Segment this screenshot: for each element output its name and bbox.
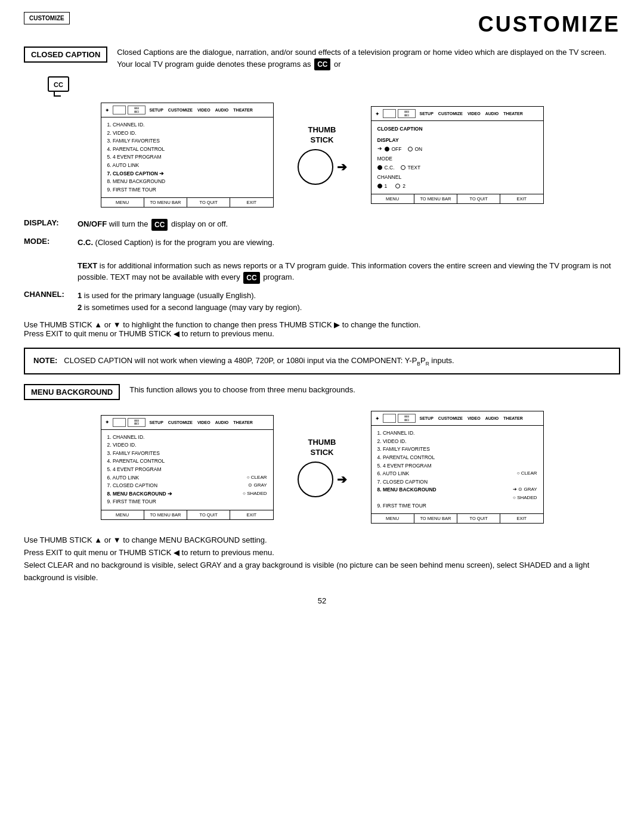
tab-labels-r: SETUP CUSTOMIZE VIDEO AUDIO THEATER xyxy=(420,112,523,116)
tv-icon-box xyxy=(113,106,126,114)
thumb-stick-circle-mbg xyxy=(298,462,333,497)
tv-icon-box-mbg-r xyxy=(383,414,396,423)
channel-row: CHANNEL: 1 is used for the primary langu… xyxy=(24,290,620,313)
tv-left-content-cc: 1. CHANNEL ID. 2. VIDEO ID. 3. FAMILY FA… xyxy=(101,117,273,197)
nav-icon: ✦ xyxy=(105,107,110,113)
radio-off xyxy=(385,147,389,151)
tv-right-footer-cc: MENU TO MENU BAR TO QUIT EXIT xyxy=(371,194,543,203)
thumb-stick-arrow-row: ➔ xyxy=(298,149,347,185)
thumb-stick-arrow-row-mbg: ➔ xyxy=(298,462,347,497)
mode-content: C.C. (Closed Caption) is for the program… xyxy=(78,237,620,284)
radio-ch2 xyxy=(395,184,400,188)
mode-label: MODE: xyxy=(24,237,78,246)
logo: CUSTOMIZE xyxy=(24,12,70,24)
mode-row: MODE: C.C. (Closed Caption) is for the p… xyxy=(24,237,620,284)
bottom-line-1: Use THUMB STICK ▲ or ▼ to change MENU BA… xyxy=(24,534,620,547)
tv-top-bar-mbg-r: ✦ ⊞⊟⊠⊡ SETUP CUSTOMIZE VIDEO AUDIO THEAT… xyxy=(371,411,543,426)
menu-bg-screens-row: ✦ ⊞⊟⊠⊡ SETUP CUSTOMIZE VIDEO AUDIO THEAT… xyxy=(24,411,620,524)
page-header: CUSTOMIZE CUSTOMIZE xyxy=(24,12,620,37)
nav-icon-mbg-r: ✦ xyxy=(375,416,380,422)
thumb-stick-cc: THUMBSTICK ➔ xyxy=(298,125,347,185)
tv-left-content-mbg: 1. CHANNEL ID. 2. VIDEO ID. 3. FAMILY FA… xyxy=(101,430,273,510)
note-box: NOTE: CLOSED CAPTION will not work when … xyxy=(24,348,620,374)
menu-background-text: This function allows you to choose from … xyxy=(129,384,620,396)
thumb-instructions-cc: Use THUMB STICK ▲ or ▼ to highlight the … xyxy=(24,320,620,338)
channel-label: CHANNEL: xyxy=(24,290,78,299)
tv-icon-box2-mbg-r: ⊞⊟⊠⊡ xyxy=(398,414,416,423)
thumb-stick-label-mbg: THUMBSTICK xyxy=(308,438,336,458)
cc-badge-display: CC xyxy=(151,219,168,231)
arrow-right-cc: ➔ xyxy=(337,160,347,174)
tv-right-footer-mbg: MENU TO MENU BAR TO QUIT EXIT xyxy=(371,513,543,523)
closed-caption-intro: Closed Captions are the dialogue, narrat… xyxy=(117,47,620,70)
tv-top-bar-mbg-l: ✦ ⊞⊟⊠⊡ SETUP CUSTOMIZE VIDEO AUDIO THEAT… xyxy=(101,416,273,430)
bottom-line-3: Select CLEAR and no background is visibl… xyxy=(24,559,620,584)
menu-background-label: MENU BACKGROUND xyxy=(24,384,120,400)
display-content: ON/OFF will turn the CC display on or of… xyxy=(78,218,620,231)
tab-labels-mbg-r: SETUP CUSTOMIZE VIDEO AUDIO THEATER xyxy=(420,416,523,420)
arrow-right-mbg: ➔ xyxy=(337,472,347,487)
page-title: CUSTOMIZE xyxy=(478,12,620,37)
tv-panel-left-mbg: ✦ ⊞⊟⊠⊡ SETUP CUSTOMIZE VIDEO AUDIO THEAT… xyxy=(101,415,274,520)
thumb-stick-label-cc: THUMBSTICK xyxy=(308,125,336,145)
cc-badge-inline: CC xyxy=(314,58,330,70)
thumb-stick-circle-cc xyxy=(298,149,333,185)
radio-cc xyxy=(377,165,382,170)
radio-ch1 xyxy=(377,184,382,188)
closed-caption-label: CLOSED CAPTION xyxy=(24,47,107,63)
nav-icon-r: ✦ xyxy=(375,111,380,117)
bottom-instructions: Use THUMB STICK ▲ or ▼ to change MENU BA… xyxy=(24,534,620,584)
page-number: 52 xyxy=(24,596,620,605)
closed-caption-section: CLOSED CAPTION Closed Captions are the d… xyxy=(24,47,620,70)
tab-labels: SETUP CUSTOMIZE VIDEO AUDIO THEATER xyxy=(150,108,253,112)
tv-panel-right-mbg: ✦ ⊞⊟⊠⊡ SETUP CUSTOMIZE VIDEO AUDIO THEAT… xyxy=(371,411,544,524)
tv-left-footer-mbg: MENU TO MENU BAR TO QUIT EXIT xyxy=(101,510,273,519)
tv-panel-right-cc: ✦ ⊞⊟⊠⊡ SETUP CUSTOMIZE VIDEO AUDIO THEAT… xyxy=(371,106,544,204)
display-label: DISPLAY: xyxy=(24,218,78,227)
bottom-line-2: Press EXIT to quit menu or THUMB STICK ◀… xyxy=(24,547,620,559)
tv-icon-box2-r: ⊞⊟⊠⊡ xyxy=(398,109,416,118)
radio-text xyxy=(401,165,405,170)
display-row: DISPLAY: ON/OFF will turn the CC display… xyxy=(24,218,620,231)
tv-right-content-cc: CLOSED CAPTION DISPLAY ➔ OFF ON MODE C.C… xyxy=(371,121,543,194)
cc-screens-row: ✦ ⊞⊟⊠⊡ SETUP CUSTOMIZE VIDEO AUDIO THEAT… xyxy=(24,103,620,208)
tv-left-footer-cc: MENU TO MENU BAR TO QUIT EXIT xyxy=(101,197,273,207)
menu-background-section: MENU BACKGROUND This function allows you… xyxy=(24,384,620,400)
radio-on xyxy=(408,147,413,151)
tv-icon-box-mbg-l xyxy=(113,418,126,427)
tv-top-bar-right: ✦ ⊞⊟⊠⊡ SETUP CUSTOMIZE VIDEO AUDIO THEAT… xyxy=(371,107,543,121)
tv-top-bar: ✦ ⊞⊟⊠⊡ SETUP CUSTOMIZE VIDEO AUDIO THEAT… xyxy=(101,103,273,117)
tv-right-content-mbg: 1. CHANNEL ID. 2. VIDEO ID. 3. FAMILY FA… xyxy=(371,426,543,513)
tv-panel-left-cc: ✦ ⊞⊟⊠⊡ SETUP CUSTOMIZE VIDEO AUDIO THEAT… xyxy=(101,103,274,208)
tv-icon-box2: ⊞⊟⊠⊡ xyxy=(128,106,145,114)
channel-content: 1 is used for the primary language (usua… xyxy=(78,290,620,313)
feature-descriptions: DISPLAY: ON/OFF will turn the CC display… xyxy=(24,218,620,313)
tab-labels-mbg-l: SETUP CUSTOMIZE VIDEO AUDIO THEATER xyxy=(150,420,253,425)
tv-icon-box-r xyxy=(383,109,396,118)
cc-badge-mode: CC xyxy=(243,272,259,284)
note-label: NOTE: xyxy=(33,356,57,365)
cc-icon-large: CC xyxy=(48,76,69,92)
tv-icon-box2-mbg-l: ⊞⊟⊠⊡ xyxy=(128,418,145,427)
nav-icon-mbg-l: ✦ xyxy=(105,419,110,425)
thumb-stick-mbg: THUMBSTICK ➔ xyxy=(298,438,347,497)
